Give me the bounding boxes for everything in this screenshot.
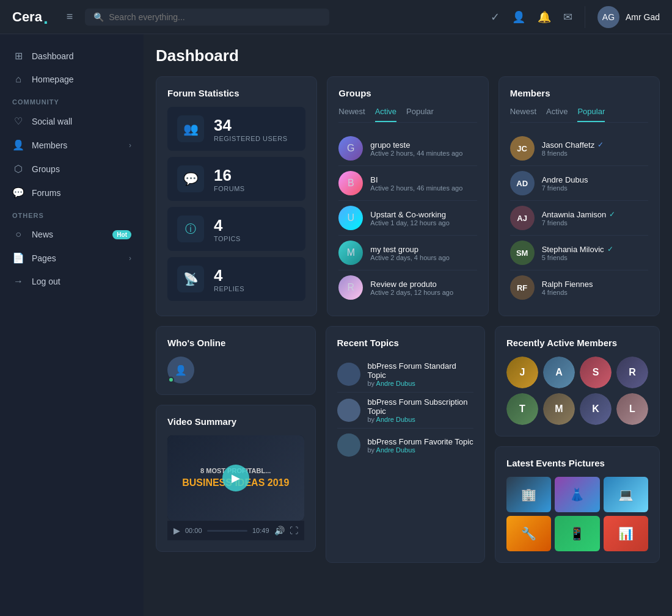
sidebar-item-pages[interactable]: 📄 Pages › (0, 246, 144, 270)
event-picture[interactable]: 📊 (604, 516, 648, 551)
tab-members-active[interactable]: Active (546, 107, 568, 122)
group-name: my test group (370, 245, 450, 254)
forums-icon: 💬 (12, 187, 24, 198)
verified-icon: ✓ (597, 140, 604, 149)
replies-stat-icon: 📡 (177, 266, 204, 292)
active-member-avatar[interactable]: M (543, 393, 575, 425)
user-info: AG Amr Gad (585, 6, 660, 28)
sidebar-item-members[interactable]: 👤 Members › (0, 133, 144, 157)
sidebar-item-groups[interactable]: ⬡ Groups (0, 157, 144, 181)
stat-label-topics: TOPICS (214, 235, 241, 242)
tab-members-newest[interactable]: Newest (510, 107, 536, 122)
list-item: bbPress Forum Standard Topic by Andre Du… (337, 357, 474, 393)
others-label: OTHERS (0, 205, 144, 223)
logout-icon: → (12, 276, 24, 287)
member-avatar: RF (510, 275, 535, 300)
stat-number-users: 34 (214, 116, 287, 135)
progress-bar[interactable] (207, 530, 247, 532)
top-header: Cera. ≡ 🔍 ✓ 👤 🔔 ✉ AG Amr Gad (0, 0, 672, 34)
tab-members-popular[interactable]: Popular (577, 107, 605, 122)
list-item: AD Andre Dubus7 friends (510, 166, 648, 201)
tab-groups-popular[interactable]: Popular (406, 107, 434, 122)
tab-groups-newest[interactable]: Newest (338, 107, 365, 122)
active-member-avatar[interactable]: T (506, 393, 538, 425)
header-right: ✓ 👤 🔔 ✉ AG Amr Gad (491, 6, 660, 28)
heart-icon: ♡ (12, 115, 24, 127)
stat-forums: 💬 16 FORUMS (167, 157, 305, 201)
topic-avatar (337, 363, 360, 386)
bell-icon[interactable]: 🔔 (538, 10, 551, 24)
group-avatar: B (338, 171, 363, 195)
group-name: Review de produto (370, 280, 453, 289)
active-member-avatar[interactable]: S (580, 357, 612, 388)
sidebar-item-logout[interactable]: → Log out (0, 270, 144, 293)
sidebar-item-forums[interactable]: 💬 Forums (0, 181, 144, 205)
stat-label-replies: REPLIES (214, 285, 244, 292)
play-button[interactable]: ▶ (222, 465, 249, 491)
event-picture[interactable]: 🏢 (506, 477, 551, 512)
page-title: Dashboard (156, 46, 660, 65)
sidebar-item-news[interactable]: ○ News Hot (0, 223, 144, 246)
member-avatar: AD (510, 171, 535, 195)
list-item: B BIActive 2 hours, 46 minutes ago (338, 166, 477, 201)
online-user-avatar: 👤 (167, 357, 194, 383)
layout: ⊞ Dashboard ⌂ Homepage COMMUNITY ♡ Socia… (0, 34, 672, 616)
event-picture[interactable]: 💻 (604, 477, 648, 512)
stat-number-forums: 16 (214, 166, 245, 185)
list-item: M my test groupActive 2 days, 4 hours ag… (338, 236, 477, 270)
tab-groups-active[interactable]: Active (375, 107, 396, 122)
whos-online-title: Who's Online (167, 338, 304, 348)
avatar: AG (597, 6, 619, 28)
play-icon[interactable]: ▶ (173, 526, 180, 535)
search-wrap: 🔍 (85, 9, 329, 26)
group-avatar: M (338, 241, 363, 265)
active-member-avatar[interactable]: A (543, 357, 575, 388)
time-current: 00:00 (185, 527, 202, 534)
list-item: SM Stephania Milovic✓5 friends (510, 236, 648, 270)
stat-registered: 👥 34 REGISTERED USERS (167, 107, 305, 151)
group-avatar: G (338, 136, 363, 161)
stat-label-forums: FORUMS (214, 185, 245, 192)
active-member-avatar[interactable]: R (616, 357, 648, 388)
sidebar-item-homepage[interactable]: ⌂ Homepage (0, 68, 144, 91)
sidebar-item-dashboard[interactable]: ⊞ Dashboard (0, 44, 144, 68)
stat-number-topics: 4 (214, 216, 241, 235)
active-member-avatar[interactable]: J (506, 357, 538, 388)
members-card: Members Newest Active Popular JC Jason C… (499, 76, 660, 316)
mail-icon[interactable]: ✉ (563, 10, 572, 24)
list-item: JC Jason Chaffetz✓8 friends (510, 131, 648, 166)
verified-icon: ✓ (609, 210, 615, 219)
active-member-avatar[interactable]: K (580, 393, 612, 425)
users-icon[interactable]: 👤 (512, 10, 525, 24)
active-member-avatar[interactable]: L (616, 393, 648, 425)
group-avatar: R (338, 275, 363, 300)
topic-avatar (337, 399, 360, 422)
topic-avatar (337, 433, 360, 457)
list-item: RF Ralph Fiennes4 friends (510, 270, 648, 305)
sidebar-item-social-wall[interactable]: ♡ Social wall (0, 109, 144, 133)
fullscreen-icon[interactable]: ⛶ (290, 526, 298, 535)
volume-icon[interactable]: 🔊 (274, 526, 285, 535)
event-picture[interactable]: 📱 (555, 516, 599, 551)
recent-topics-card: Recent Topics bbPress Forum Standard Top… (326, 326, 486, 563)
list-item: R Review de produtoActive 2 days, 12 hou… (338, 270, 477, 305)
grid-icon: ⊞ (12, 50, 24, 62)
event-picture[interactable]: 👗 (555, 477, 599, 512)
home-icon: ⌂ (12, 74, 24, 85)
user-name: Amr Gad (626, 12, 660, 22)
recently-active-title: Recently Active Members (506, 338, 648, 348)
list-item: bbPress Forum Favorite Topic by Andre Du… (337, 429, 474, 462)
logo: Cera. (12, 9, 48, 25)
video-container: 8 MOST PROFITABL... BUSINESS IDEAS 2019 … (167, 435, 304, 521)
forums-stat-icon: 💬 (177, 165, 204, 192)
check-icon[interactable]: ✓ (491, 10, 500, 24)
list-item: bbPress Forum Subscription Topic by Andr… (337, 393, 474, 429)
news-icon: ○ (12, 229, 24, 240)
group-name: BI (370, 175, 462, 184)
group-avatar: U (338, 206, 363, 230)
group-name: grupo teste (370, 140, 462, 150)
group-name: Upstart & Co-working (370, 210, 449, 219)
search-input[interactable] (109, 12, 321, 22)
event-picture[interactable]: 🔧 (506, 516, 551, 551)
sidebar-toggle[interactable]: ≡ (67, 10, 73, 23)
